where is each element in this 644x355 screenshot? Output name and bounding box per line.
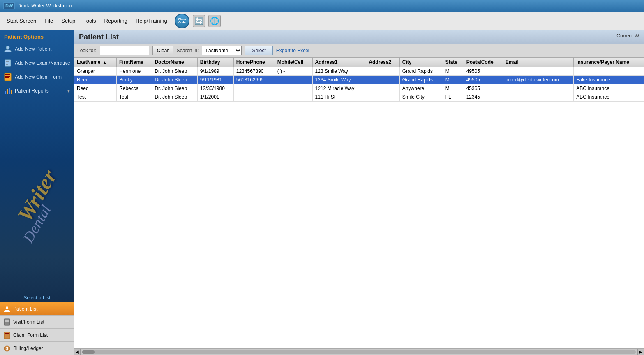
table-cell: 9/1/1989	[197, 67, 233, 76]
scroll-left-arrow[interactable]: ◀	[74, 349, 81, 355]
svg-rect-21	[5, 333, 9, 334]
horizontal-scrollbar[interactable]: ◀ ▶	[74, 348, 644, 355]
add-new-claim-button[interactable]: Add New Claim Form	[0, 70, 74, 84]
table-cell: FL	[443, 93, 464, 102]
col-state[interactable]: State	[443, 58, 464, 67]
sort-asc-icon: ▲	[103, 60, 107, 65]
col-birthday[interactable]: Birthday	[197, 58, 233, 67]
col-mobilecell[interactable]: Mobile/Cell	[275, 58, 312, 67]
table-cell: Becky	[117, 76, 152, 84]
col-email[interactable]: Email	[503, 58, 573, 67]
content-header: Patient List Current W	[74, 30, 644, 44]
select-list-label[interactable]: Select a List	[0, 293, 74, 302]
table-cell	[366, 93, 400, 102]
table-cell: MI	[443, 76, 464, 84]
table-cell: Test	[117, 93, 152, 102]
look-for-input[interactable]	[100, 46, 149, 55]
billing-ledger-icon: $	[3, 345, 11, 352]
dw-watermark: Writer Dental	[0, 98, 74, 293]
svg-rect-10	[5, 79, 9, 79]
table-cell	[275, 76, 312, 84]
export-to-excel-link[interactable]: Export to Excel	[276, 48, 309, 53]
patient-list-button[interactable]: Patient List	[0, 302, 74, 316]
scroll-track[interactable]	[82, 350, 636, 354]
table-row[interactable]: TestTestDr. John Sleep1/1/2001111 Hi StS…	[74, 93, 644, 102]
patient-options-header: Patient Options	[0, 30, 74, 42]
svg-rect-8	[5, 76, 10, 77]
visit-form-list-label: Visit/Form List	[13, 319, 44, 325]
patient-list-label: Patient List	[13, 306, 37, 312]
dw-logo: DW	[3, 2, 15, 9]
claim-form-list-icon	[3, 332, 11, 339]
page-title: Patient List	[79, 33, 119, 41]
title-bar: DW DentalWriter Workstation	[0, 0, 644, 12]
svg-rect-22	[5, 335, 9, 335]
table-cell: Test	[74, 93, 117, 102]
table-cell	[233, 84, 275, 93]
col-homephone[interactable]: HomePhone	[233, 58, 275, 67]
table-cell	[275, 84, 312, 93]
col-doctorname[interactable]: DoctorName	[152, 58, 197, 67]
patient-table-container[interactable]: LastName ▲ FirstName DoctorName Birthday…	[74, 57, 644, 348]
globe-icon[interactable]: 🌐	[208, 15, 221, 27]
menu-start-screen[interactable]: Start Screen	[3, 16, 39, 26]
table-row[interactable]: ReedRebeccaDr. John Sleep12/30/19801212 …	[74, 84, 644, 93]
patient-reports-button[interactable]: Patient Reports ▼	[0, 84, 74, 98]
table-cell: 9/11/1981	[197, 76, 233, 84]
table-cell: 1212 Miracle Way	[312, 84, 366, 93]
col-firstname[interactable]: FirstName	[117, 58, 152, 67]
clean-code-button[interactable]: CleanCode	[175, 14, 189, 28]
patient-reports-dropdown-icon: ▼	[67, 89, 71, 93]
table-row[interactable]: GrangerHermioneDr. John Sleep9/1/1989123…	[74, 67, 644, 76]
table-cell: 5613162665	[233, 76, 275, 84]
svg-rect-7	[5, 74, 10, 75]
visit-form-list-button[interactable]: Visit/Form List	[0, 316, 74, 329]
col-insurance[interactable]: Insurance/Payer Name	[574, 58, 644, 67]
svg-point-15	[6, 306, 9, 309]
select-button[interactable]: Select	[245, 46, 272, 55]
table-cell: Grand Rapids	[399, 67, 443, 76]
add-patient-icon: +	[3, 44, 12, 53]
menu-tools[interactable]: Tools	[80, 16, 99, 26]
table-cell: 1234567890	[233, 67, 275, 76]
table-cell	[366, 84, 400, 93]
col-address1[interactable]: Address1	[312, 58, 366, 67]
table-header-row: LastName ▲ FirstName DoctorName Birthday…	[74, 58, 644, 67]
menu-reporting[interactable]: Reporting	[101, 16, 131, 26]
scroll-thumb[interactable]	[82, 350, 95, 354]
claim-form-list-button[interactable]: Claim Form List	[0, 329, 74, 342]
table-cell: Dr. John Sleep	[152, 67, 197, 76]
table-cell: ABC Insurance	[574, 84, 644, 93]
sync-icon[interactable]: 🔄	[193, 15, 205, 27]
table-cell: Reed	[74, 84, 117, 93]
table-row[interactable]: ReedBeckyDr. John Sleep9/11/198156131626…	[74, 76, 644, 84]
content-area: Patient List Current W Look for: Clear S…	[74, 30, 644, 355]
svg-text:$: $	[6, 346, 8, 351]
table-cell	[503, 84, 573, 93]
menu-help-training[interactable]: Help/Training	[132, 16, 171, 26]
menu-setup[interactable]: Setup	[58, 16, 78, 26]
billing-ledger-label: Billing/Ledger	[13, 346, 43, 351]
col-city[interactable]: City	[399, 58, 443, 67]
clear-button[interactable]: Clear	[152, 46, 173, 55]
table-cell	[503, 93, 573, 102]
scroll-right-arrow[interactable]: ▶	[637, 349, 644, 355]
table-cell: Fake Insurance	[574, 76, 644, 84]
svg-rect-11	[5, 91, 6, 94]
claim-form-list-label: Claim Form List	[13, 332, 48, 338]
table-cell: Dr. John Sleep	[152, 84, 197, 93]
svg-rect-16	[4, 319, 10, 325]
menu-file[interactable]: File	[41, 16, 56, 26]
table-cell: 12345	[464, 93, 503, 102]
add-new-exam-label: Add New Exam/Narrative	[15, 60, 70, 66]
table-cell: MI	[443, 67, 464, 76]
title-bar-text: DentalWriter Workstation	[17, 3, 72, 9]
table-cell: 1/1/2001	[197, 93, 233, 102]
billing-ledger-button[interactable]: $ Billing/Ledger	[0, 342, 74, 355]
add-new-exam-button[interactable]: Add New Exam/Narrative	[0, 56, 74, 70]
col-address2[interactable]: Address2	[366, 58, 400, 67]
add-new-patient-button[interactable]: + Add New Patient	[0, 42, 74, 56]
search-in-select[interactable]: LastName FirstName Birthday HomePhone Ci…	[202, 46, 242, 55]
col-lastname[interactable]: LastName ▲	[74, 58, 117, 67]
col-postalcode[interactable]: PostalCode	[464, 58, 503, 67]
